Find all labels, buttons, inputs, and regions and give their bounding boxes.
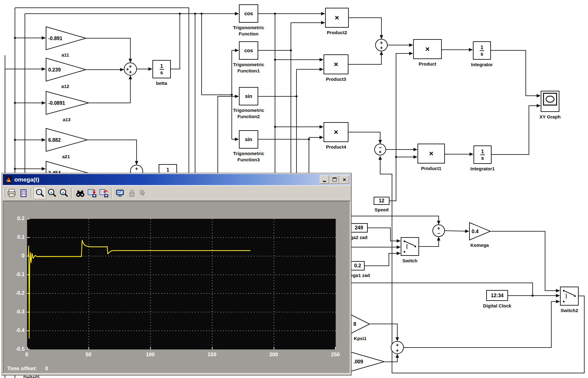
toolbar-floating-scope-button[interactable]	[114, 187, 126, 199]
toolbar-handle[interactable]	[3, 187, 5, 199]
close-icon: ✕	[343, 177, 346, 182]
autoscale-icon	[75, 188, 85, 198]
block-trig-fn[interactable]: cos	[239, 4, 258, 23]
block-product[interactable]: ×	[413, 39, 442, 59]
lock-axes-icon	[127, 188, 137, 198]
toolbar-restore-axes-button[interactable]	[98, 187, 110, 199]
x-tick-label: 150	[208, 352, 216, 358]
toolbar-zoom-y-button[interactable]: y	[58, 187, 70, 199]
block-label-a21: a21	[62, 154, 70, 159]
plot-area	[27, 219, 336, 350]
svg-text:8: 8	[353, 321, 356, 327]
block-xygraph[interactable]	[541, 91, 559, 112]
block-label-a13: a13	[63, 117, 71, 122]
block-label-integrator1: Integrator1	[470, 166, 495, 172]
scope-toolbar: xy	[3, 186, 350, 201]
block-integrator1[interactable]: 1s	[474, 145, 492, 164]
block-kpsi1[interactable]: 8	[351, 315, 370, 334]
block-a21[interactable]: 6.882	[46, 128, 88, 152]
svg-text:+: +	[135, 166, 138, 171]
block-trig-fn2[interactable]: sin	[239, 87, 258, 105]
signal-wire	[171, 14, 180, 69]
product-x-icon: ×	[429, 149, 433, 158]
signal-selection-icon	[139, 188, 148, 198]
signal-wire	[491, 50, 537, 96]
y-tick-label: 0.1	[6, 234, 25, 240]
signal-wire	[351, 216, 439, 221]
signal-wire	[86, 38, 130, 59]
block-label-integrator: Integrator	[471, 62, 493, 67]
block-sum4[interactable]: −+	[374, 143, 386, 156]
maximize-button[interactable]	[330, 175, 339, 184]
product-x-icon: ×	[334, 60, 338, 69]
toolbar-zoom-button[interactable]	[34, 187, 46, 199]
signal-wire	[348, 54, 381, 64]
block-product4[interactable]: ×	[324, 122, 348, 142]
block-product2[interactable]: ×	[325, 8, 349, 28]
trig-fn-text: sin	[245, 94, 252, 99]
block-a13[interactable]: -0.0891	[46, 91, 89, 115]
block-sum5[interactable]: +−	[432, 224, 445, 237]
block-label-clock: Digital Clock	[483, 303, 511, 309]
block-k009[interactable]: .009	[351, 352, 385, 371]
matlab-icon	[5, 176, 12, 183]
signal-wire	[202, 14, 232, 95]
block-speed[interactable]: 12	[374, 197, 390, 205]
toolbar-parameters-button[interactable]	[17, 187, 29, 199]
block-integrator[interactable]: 1s	[473, 41, 491, 60]
svg-text:-0.891: -0.891	[48, 36, 62, 41]
integrator-fraction: 1s	[160, 63, 164, 75]
block-product3[interactable]: ×	[324, 54, 348, 74]
svg-text:x: x	[50, 190, 52, 194]
toolbar-print-button[interactable]	[6, 187, 17, 199]
scope-title-bar[interactable]: omega(t) ✕	[3, 174, 350, 185]
block-label-product2: Product2	[327, 30, 347, 35]
integrator-fraction: 1s	[480, 149, 485, 161]
signal-wire	[348, 132, 380, 141]
block-trig-fn3[interactable]: sin	[239, 130, 258, 149]
signal-wire	[365, 253, 397, 266]
signal-wire	[89, 79, 130, 103]
block-product1[interactable]: ×	[418, 144, 445, 164]
block-label-kpsi1: Kpsi1	[354, 335, 366, 341]
x-tick-label: 250	[331, 352, 340, 358]
block-label-xygraph: XY Graph	[539, 114, 561, 120]
trig-fn-text: cos	[244, 48, 253, 53]
block-clock[interactable]: 12:34	[486, 290, 508, 301]
block-trig-fn1[interactable]: cos	[239, 41, 258, 60]
block-a12[interactable]: 0.239	[46, 58, 86, 81]
block-a11[interactable]: -0.891	[46, 26, 86, 50]
block-sum6[interactable]: ++	[390, 341, 404, 354]
block-label-trig-fn2: Trigonometric	[233, 107, 264, 113]
toolbar-separator	[31, 188, 32, 198]
block-sum3[interactable]: ++	[375, 39, 388, 52]
signal-wire	[492, 106, 537, 154]
block-betta[interactable]: 1s	[152, 60, 171, 78]
svg-text:+: +	[396, 348, 399, 353]
toolbar-zoom-x-button[interactable]: x	[46, 187, 58, 199]
toolbar-save-axes-button[interactable]	[86, 187, 98, 199]
x-tick-label: 0	[25, 352, 28, 358]
close-button[interactable]: ✕	[340, 175, 349, 184]
block-komega[interactable]: 0.4	[469, 222, 491, 240]
scope-trace	[28, 240, 250, 338]
zoom-x-icon: x	[47, 188, 57, 198]
toolbar-autoscale-button[interactable]	[74, 187, 86, 199]
y-tick-label: -0.5	[6, 346, 25, 352]
svg-text:.009: .009	[353, 359, 363, 364]
block-c02[interactable]: 0.2	[351, 261, 365, 270]
minimize-icon	[323, 181, 326, 182]
const-value: 0.2	[354, 263, 361, 269]
minimize-button[interactable]	[320, 175, 329, 184]
block-sum1[interactable]: +++	[124, 62, 137, 76]
block-c249[interactable]: 249	[350, 223, 368, 233]
signal-wire	[380, 159, 584, 373]
block-label-switch: Switch	[402, 258, 417, 264]
svg-text:y: y	[62, 190, 64, 194]
block-label-product3: Product3	[326, 76, 346, 82]
block-switch[interactable]	[401, 237, 419, 256]
block-label-trig-fn3: Trigonometric	[233, 150, 264, 156]
block-label-a12: a12	[61, 83, 69, 89]
block-switch2[interactable]	[560, 287, 579, 306]
svg-text:+: +	[380, 45, 383, 50]
